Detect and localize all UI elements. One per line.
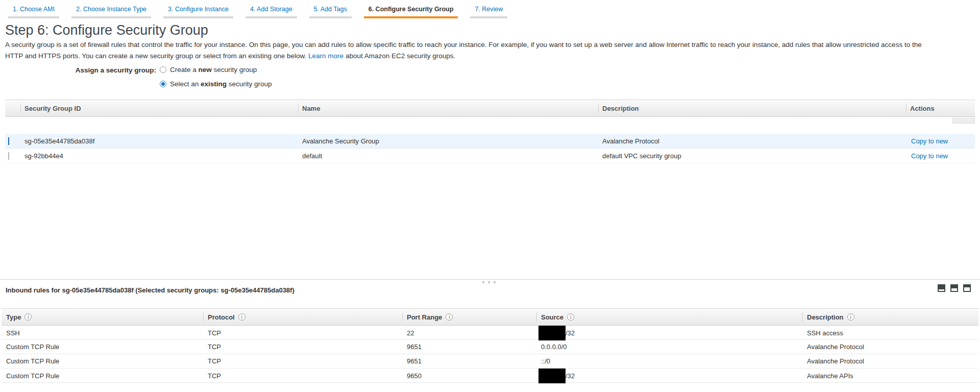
rule-type: Custom TCP Rule — [2, 357, 203, 365]
table-scroll-corner — [952, 117, 975, 124]
rule-port-range: 9651 — [402, 357, 536, 365]
tab-configure-instance[interactable]: 3. Configure Instance — [163, 0, 233, 18]
security-group-description: default VPC security group — [598, 152, 906, 160]
rule-protocol: TCP — [203, 372, 402, 380]
create-new-group-option[interactable]: Create a new security group — [160, 66, 257, 74]
checkbox-column-header — [5, 100, 20, 116]
column-header-security-group-id: Security Group ID — [20, 100, 298, 116]
security-group-row-default[interactable]: sg-92bb44e4 default default VPC security… — [5, 149, 975, 163]
row-checkbox-checked[interactable] — [8, 137, 9, 145]
rule-protocol: TCP — [203, 343, 402, 351]
pane-bottom-medium-icon[interactable] — [950, 284, 958, 292]
source-cidr-suffix: /32 — [566, 329, 575, 337]
info-icon[interactable] — [446, 313, 453, 321]
column-header-port-range: Port Range — [402, 309, 536, 325]
security-group-id: sg-05e35e44785da038f — [20, 137, 298, 145]
rule-source: /32 — [536, 326, 802, 340]
security-group-name: default — [298, 152, 598, 160]
header-scroll-gutter — [953, 100, 975, 116]
security-groups-table: Security Group ID Name Description Actio… — [5, 100, 975, 163]
rule-description: Avalanche Protocol — [802, 343, 978, 351]
description-line-2: HTTP and HTTPS ports. You can create a n… — [5, 51, 975, 62]
inbound-rules-table: Type Protocol Port Range Source Descript… — [2, 308, 978, 383]
create-new-group-radio[interactable] — [160, 66, 166, 73]
page-title: Step 6: Configure Security Group — [5, 22, 208, 38]
redacted-source-ip — [538, 369, 566, 383]
rule-source: /32 — [536, 369, 802, 383]
security-group-name: Avalanche Security Group — [298, 137, 598, 145]
tab-review[interactable]: 7. Review — [470, 0, 507, 18]
column-header-source: Source — [536, 309, 802, 325]
rule-source: ::/0 — [536, 354, 802, 368]
info-icon[interactable] — [24, 313, 32, 321]
info-icon[interactable] — [847, 313, 854, 321]
info-icon[interactable] — [567, 313, 574, 321]
security-group-id: sg-92bb44e4 — [20, 152, 298, 160]
security-groups-table-header: Security Group ID Name Description Actio… — [5, 100, 975, 117]
info-icon[interactable] — [238, 313, 246, 321]
description-line-2-text: HTTP and HTTPS ports. You can create a n… — [5, 52, 306, 60]
pane-bottom-large-icon[interactable] — [963, 284, 971, 292]
column-header-protocol: Protocol — [203, 309, 402, 325]
rule-protocol: TCP — [203, 357, 402, 365]
select-existing-group-option[interactable]: Select an existing security group — [160, 80, 272, 88]
row-checkbox-unchecked[interactable] — [8, 152, 9, 160]
rule-type: Custom TCP Rule — [2, 343, 203, 351]
source-cidr-suffix: /32 — [566, 372, 575, 380]
rule-port-range: 9651 — [402, 343, 536, 351]
page-description: A security group is a set of firewall ru… — [5, 39, 975, 62]
select-existing-group-label: Select an existing security group — [170, 80, 272, 88]
create-new-group-label: Create a new security group — [170, 66, 257, 74]
source-cidr: ::/0 — [536, 357, 550, 365]
column-header-description: Description — [598, 100, 906, 116]
wizard-step-tabs: 1. Choose AMI 2. Choose Instance Type 3.… — [8, 0, 507, 18]
rule-port-range: 9650 — [402, 372, 536, 380]
pane-resize-handle-icon[interactable] — [482, 281, 496, 283]
ec2-launch-wizard-screen: 1. Choose AMI 2. Choose Instance Type 3.… — [0, 0, 980, 392]
security-group-description: Avalanche Protocol — [598, 137, 906, 145]
tab-add-tags[interactable]: 5. Add Tags — [309, 0, 352, 18]
rule-port-range: 22 — [402, 329, 536, 337]
pane-divider — [0, 279, 980, 280]
inbound-rules-table-header: Type Protocol Port Range Source Descript… — [2, 308, 978, 326]
pane-layout-controls — [938, 284, 971, 292]
rule-source: 0.0.0.0/0 — [536, 340, 802, 354]
inbound-rules-title: Inbound rules for sg-05e35e44785da038f (… — [6, 286, 295, 294]
inbound-rule-row: SSH TCP 22 /32 SSH access — [2, 326, 978, 340]
description-line-2-tail: about Amazon EC2 security groups. — [346, 52, 455, 60]
copy-to-new-link[interactable]: Copy to new — [911, 137, 948, 145]
security-group-row-avalanche[interactable]: sg-05e35e44785da038f Avalanche Security … — [5, 134, 975, 149]
copy-to-new-link[interactable]: Copy to new — [911, 152, 948, 160]
tab-choose-ami[interactable]: 1. Choose AMI — [8, 0, 59, 18]
tab-add-storage[interactable]: 4. Add Storage — [246, 0, 297, 18]
source-cidr: 0.0.0.0/0 — [536, 343, 567, 351]
assign-security-group-label: Assign a security group: — [0, 66, 156, 74]
tab-choose-instance-type[interactable]: 2. Choose Instance Type — [71, 0, 151, 18]
tab-configure-security-group[interactable]: 6. Configure Security Group — [364, 0, 458, 18]
rule-type: Custom TCP Rule — [2, 372, 203, 380]
column-header-name: Name — [298, 100, 598, 116]
description-line-1: A security group is a set of firewall ru… — [5, 39, 975, 51]
learn-more-link[interactable]: Learn more — [308, 52, 344, 60]
select-existing-group-radio[interactable] — [160, 81, 166, 87]
rule-description: SSH access — [802, 329, 978, 337]
column-header-description: Description — [802, 309, 978, 325]
rule-description: Avalanche Protocol — [802, 357, 978, 365]
redacted-source-ip — [538, 326, 566, 340]
inbound-rule-row: Custom TCP Rule TCP 9651 0.0.0.0/0 Avala… — [2, 340, 978, 354]
column-header-actions: Actions — [906, 100, 953, 116]
table-filter-gap — [5, 117, 975, 134]
column-header-type: Type — [2, 309, 203, 325]
inbound-rule-row: Custom TCP Rule TCP 9650 /32 Avalanche A… — [2, 369, 978, 383]
rule-type: SSH — [2, 329, 203, 337]
rule-protocol: TCP — [203, 329, 402, 337]
pane-bottom-small-icon[interactable] — [938, 284, 945, 292]
inbound-rule-row: Custom TCP Rule TCP 9651 ::/0 Avalanche … — [2, 354, 978, 369]
rule-description: Avalanche APIs — [802, 372, 978, 380]
